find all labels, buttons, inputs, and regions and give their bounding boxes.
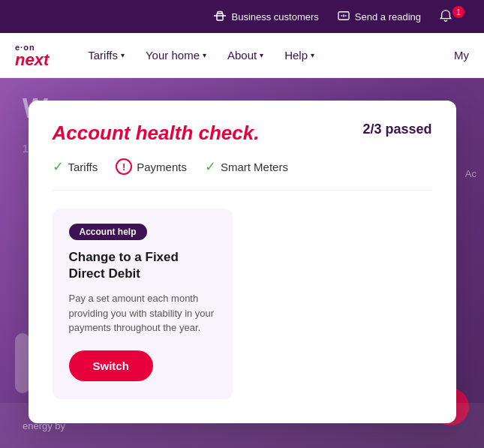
account-health-modal: Account health check. 2/3 passed ✓ Tarif… <box>29 101 456 423</box>
meter-icon <box>337 11 350 23</box>
notifications-link[interactable]: 1 <box>439 9 469 25</box>
business-customers-label: Business customers <box>231 11 318 23</box>
send-reading-label: Send a reading <box>355 11 421 23</box>
your-home-chevron-icon: ▾ <box>203 51 206 59</box>
modal-overlay: Account health check. 2/3 passed ✓ Tarif… <box>0 78 484 448</box>
modal-title: Account health check. <box>53 122 260 145</box>
your-home-label: Your home <box>146 49 200 62</box>
my-label: My <box>454 49 469 62</box>
tariffs-nav-item[interactable]: Tariffs ▾ <box>79 43 134 68</box>
check-smart-meters-label: Smart Meters <box>221 161 288 173</box>
modal-passed: 2/3 passed <box>362 122 431 137</box>
check-payments-label: Payments <box>137 161 187 173</box>
your-home-nav-item[interactable]: Your home ▾ <box>137 43 215 68</box>
check-pass-icon: ✓ <box>53 158 64 175</box>
briefcase-icon <box>213 11 227 23</box>
help-nav-item[interactable]: Help ▾ <box>275 43 323 68</box>
card-badge: Account help <box>69 224 147 240</box>
check-tariffs: ✓ Tariffs <box>53 158 98 175</box>
nav-bar: e·on next Tariffs ▾ Your home ▾ About ▾ … <box>0 33 484 78</box>
send-reading-link[interactable]: Send a reading <box>337 11 421 23</box>
check-smart-meters: ✓ Smart Meters <box>205 158 288 175</box>
tariffs-label: Tariffs <box>88 49 118 62</box>
account-help-card: Account help Change to a Fixed Direct De… <box>53 209 233 399</box>
help-chevron-icon: ▾ <box>311 51 314 59</box>
about-chevron-icon: ▾ <box>260 51 263 59</box>
modal-header: Account health check. 2/3 passed <box>53 122 432 145</box>
logo-next-text: next <box>15 52 49 68</box>
about-label: About <box>227 49 257 62</box>
business-customers-link[interactable]: Business customers <box>213 11 318 23</box>
bell-icon <box>439 9 452 25</box>
check-payments: ! Payments <box>116 158 187 175</box>
check-tariffs-label: Tariffs <box>68 161 98 173</box>
switch-button[interactable]: Switch <box>69 350 153 381</box>
tariffs-chevron-icon: ▾ <box>121 51 125 59</box>
check-warning-icon: ! <box>116 158 132 175</box>
nav-items: Tariffs ▾ Your home ▾ About ▾ Help ▾ <box>79 43 454 68</box>
logo[interactable]: e·on next <box>15 43 49 68</box>
check-pass-icon-2: ✓ <box>205 158 216 175</box>
help-label: Help <box>284 49 308 62</box>
card-title: Change to a Fixed Direct Debit <box>69 249 216 282</box>
modal-checks: ✓ Tariffs ! Payments ✓ Smart Meters <box>53 158 432 191</box>
about-nav-item[interactable]: About ▾ <box>218 43 272 68</box>
card-description: Pay a set amount each month providing yo… <box>69 291 216 335</box>
top-bar: Business customers Send a reading 1 <box>0 0 484 33</box>
my-nav-item[interactable]: My <box>454 49 469 62</box>
notification-count: 1 <box>452 6 464 18</box>
svg-rect-0 <box>217 14 223 20</box>
